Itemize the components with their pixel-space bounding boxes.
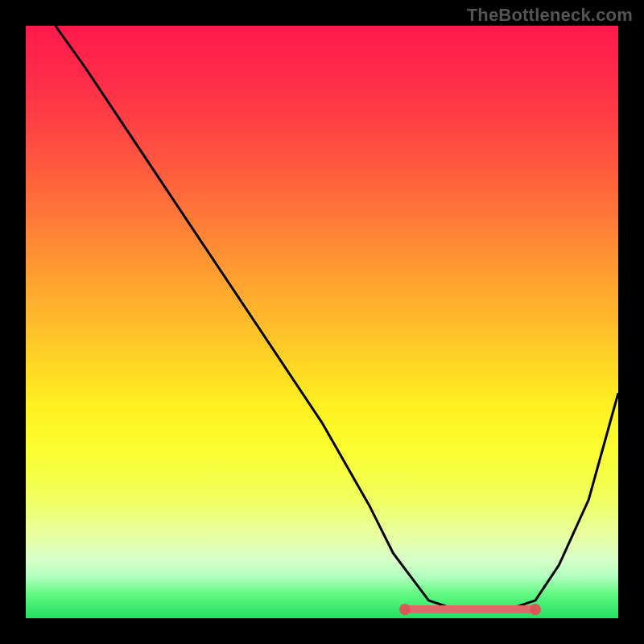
- chart-flat-region-group: [399, 604, 541, 615]
- flat-region-end-dot: [530, 604, 541, 615]
- chart-plot-area: [26, 26, 618, 618]
- chart-frame: TheBottleneck.com: [0, 0, 644, 644]
- flat-region-start-dot: [399, 604, 411, 615]
- curve-line: [56, 26, 618, 613]
- watermark-text: TheBottleneck.com: [467, 5, 633, 26]
- chart-svg: [26, 26, 618, 618]
- chart-curve-group: [56, 26, 618, 613]
